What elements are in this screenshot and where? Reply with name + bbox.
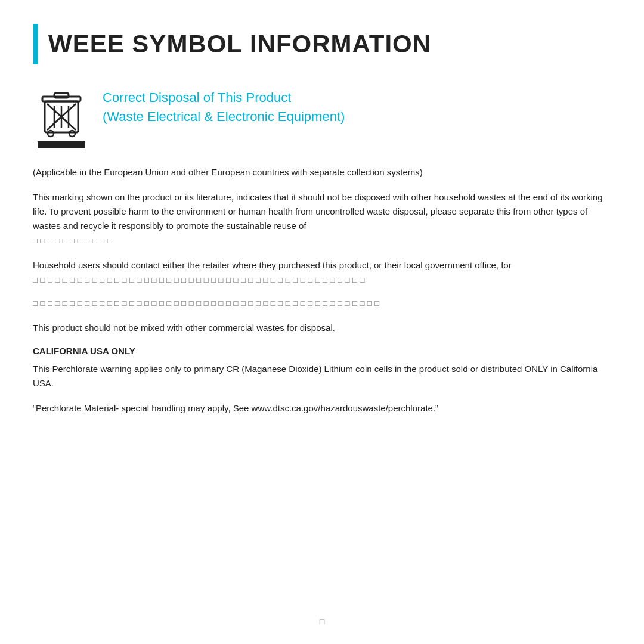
section-title-block: Correct Disposal of This Product (Waste … (103, 88, 345, 126)
california-title: CALIFORNIA USA ONLY (33, 346, 611, 356)
paragraph-3: Household users should contact either th… (33, 258, 611, 287)
paragraph-6: This Perchlorate warning applies only to… (33, 362, 611, 391)
paragraph-7: “Perchlorate Material- special handling … (33, 401, 611, 416)
page-title: WEEE SYMBOL INFORMATION (48, 30, 431, 58)
page-header: WEEE SYMBOL INFORMATION (33, 24, 611, 64)
paragraph-5: This product should not be mixed with ot… (33, 321, 611, 335)
svg-rect-2 (54, 93, 69, 98)
weee-section: Correct Disposal of This Product (Waste … (33, 88, 611, 148)
section-title: Correct Disposal of This Product (Waste … (103, 88, 345, 126)
weee-icon-container (33, 88, 89, 148)
footer-character: □ (320, 617, 324, 626)
header-accent-bar (33, 24, 38, 64)
japanese-text-2: □ □ □ □ □ □ □ □ □ □ □ □ □ □ □ □ □ □ □ □ … (33, 275, 365, 284)
weee-bar (38, 141, 85, 148)
paragraph-1: (Applicable in the European Union and ot… (33, 165, 611, 179)
page: WEEE SYMBOL INFORMATION (0, 0, 644, 450)
japanese-text-1: □ □ □ □ □ □ □ □ □ □ □ (33, 236, 112, 245)
weee-symbol-icon (38, 88, 85, 139)
paragraph-2: This marking shown on the product or its… (33, 190, 611, 247)
japanese-text-3: □ □ □ □ □ □ □ □ □ □ □ □ □ □ □ □ □ □ □ □ … (33, 298, 611, 310)
